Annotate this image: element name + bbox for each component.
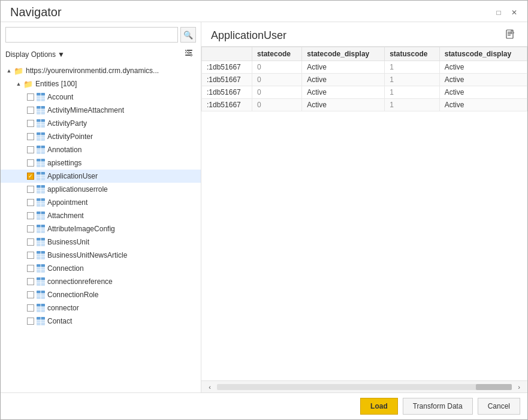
- tree-item[interactable]: ✓ ApplicationUser: [1, 170, 201, 183]
- tree-item-checkbox[interactable]: [27, 265, 34, 272]
- tree-item[interactable]: connector: [1, 301, 201, 315]
- right-panel: ApplicationUser: [201, 22, 527, 392]
- tree-item[interactable]: AttributeImageConfig: [1, 222, 201, 235]
- search-button[interactable]: 🔍: [180, 27, 196, 43]
- tree-item[interactable]: ActivityPointer: [1, 130, 201, 143]
- tree-item[interactable]: applicationuserrole: [1, 183, 201, 196]
- table-header-row: statecode statecode_display statuscode s…: [202, 47, 527, 61]
- tree-item-checkbox[interactable]: [27, 278, 34, 285]
- table-icon: [37, 317, 45, 325]
- tree-item[interactable]: Account: [1, 90, 201, 104]
- tree-item[interactable]: BusinessUnitNewsArticle: [1, 249, 201, 262]
- tree-item-label: Annotation: [47, 146, 82, 154]
- col-header-statecode-display: statecode_display: [302, 47, 385, 61]
- transform-data-button[interactable]: Transform Data: [403, 398, 473, 415]
- tree-item[interactable]: ConnectionRole: [1, 288, 201, 301]
- table-icon: [37, 277, 45, 286]
- tree-item-checkbox[interactable]: [27, 199, 34, 206]
- tree-item-label: ActivityPointer: [47, 132, 93, 141]
- table-cell: Active: [302, 99, 385, 111]
- tree-item-checkbox[interactable]: [27, 225, 34, 232]
- tree-container[interactable]: ▲ 📁 https://yourenvironmentid.crm.dynami…: [1, 64, 201, 392]
- table-row: :1db516670Active1Active: [202, 74, 527, 86]
- data-table-container[interactable]: statecode statecode_display statuscode s…: [201, 47, 527, 380]
- table-cell: 1: [385, 86, 440, 99]
- tree-item-checkbox[interactable]: [27, 238, 34, 246]
- display-options-label: Display Options: [5, 50, 56, 59]
- display-options-button[interactable]: Display Options ▼: [5, 50, 65, 59]
- table-row: :1db516670Active1Active: [202, 61, 527, 74]
- tree-item-checkbox[interactable]: [27, 93, 34, 101]
- table-icon: [37, 93, 45, 101]
- tree-item[interactable]: Attachment: [1, 209, 201, 222]
- tree-item[interactable]: Appointment: [1, 196, 201, 209]
- tree-item-checkbox[interactable]: [27, 304, 34, 312]
- tree-item-checkbox[interactable]: [27, 133, 34, 140]
- tree-item[interactable]: ActivityParty: [1, 117, 201, 130]
- tree-entities[interactable]: ▲ 📁 Entities [100]: [1, 77, 201, 90]
- tree-item-checkbox[interactable]: [27, 186, 34, 193]
- tree-item-checkbox[interactable]: [27, 212, 34, 219]
- minimize-button[interactable]: □: [493, 7, 505, 19]
- table-icon: [37, 198, 45, 207]
- table-icon: [37, 132, 45, 141]
- tree-item-checkbox[interactable]: [27, 159, 34, 167]
- scroll-left-button[interactable]: ‹: [204, 382, 216, 392]
- scroll-thumb: [476, 384, 512, 390]
- col-header-statuscode: statuscode: [385, 47, 440, 61]
- tree-item[interactable]: ActivityMimeAttachment: [1, 104, 201, 117]
- search-input[interactable]: [5, 27, 178, 43]
- tree-item[interactable]: Annotation: [1, 143, 201, 156]
- tree-item-label: ApplicationUser: [47, 172, 98, 180]
- table-icon: [37, 264, 45, 273]
- tree-item[interactable]: connectionreference: [1, 275, 201, 288]
- expand-arrow: ▲: [15, 80, 22, 87]
- tree-item-label: applicationuserrole: [47, 185, 108, 194]
- content-area: 🔍 Display Options ▼: [1, 22, 527, 392]
- tree-item[interactable]: Contact: [1, 315, 201, 328]
- settings-button[interactable]: [182, 47, 196, 62]
- col-header-statuscode-display: statuscode_display: [439, 47, 527, 61]
- export-button[interactable]: [503, 28, 518, 43]
- load-button[interactable]: Load: [360, 398, 398, 415]
- tree-item[interactable]: Connection: [1, 262, 201, 275]
- table-cell: :1db51667: [202, 61, 252, 74]
- table-icon: [37, 146, 45, 154]
- display-options-bar: Display Options ▼: [1, 45, 201, 64]
- table-icon: [37, 291, 45, 299]
- navigator-dialog: Navigator □ ✕ 🔍 Display Options ▼: [0, 0, 528, 420]
- table-cell: Active: [439, 86, 527, 99]
- close-button[interactable]: ✕: [508, 7, 520, 19]
- tree-item-checkbox[interactable]: ✓: [27, 173, 34, 180]
- table-cell: 0: [252, 74, 302, 86]
- tree-item-checkbox[interactable]: [27, 318, 34, 325]
- tree-item-label: connector: [47, 304, 79, 312]
- table-icon: [37, 159, 45, 167]
- tree-item-checkbox[interactable]: [27, 146, 34, 153]
- table-cell: Active: [302, 74, 385, 86]
- cancel-button[interactable]: Cancel: [478, 398, 520, 415]
- tree-item-checkbox[interactable]: [27, 107, 34, 114]
- tree-item-label: Attachment: [47, 211, 84, 220]
- tree-item[interactable]: apisettings: [1, 156, 201, 170]
- tree-item-checkbox[interactable]: [27, 252, 34, 259]
- tree-item-label: Connection: [47, 264, 84, 273]
- horizontal-scrollbar[interactable]: ‹ ›: [201, 380, 527, 392]
- table-icon: [37, 225, 45, 233]
- svg-rect-101: [508, 35, 511, 35]
- export-icon: [505, 29, 516, 42]
- table-cell: 1: [385, 61, 440, 74]
- scroll-right-button[interactable]: ›: [513, 382, 525, 392]
- tree-item-label: ActivityParty: [47, 119, 87, 128]
- tree-item[interactable]: BusinessUnit: [1, 235, 201, 249]
- tree-root-label: https://yourenvironmentid.crm.dynamics..…: [26, 67, 159, 75]
- tree-root-url[interactable]: ▲ 📁 https://yourenvironmentid.crm.dynami…: [1, 64, 201, 77]
- tree-item-checkbox[interactable]: [27, 291, 34, 298]
- table-icon: [37, 185, 45, 194]
- table-cell: Active: [439, 74, 527, 86]
- table-cell: :1db51667: [202, 99, 252, 111]
- table-cell: Active: [302, 86, 385, 99]
- left-panel: 🔍 Display Options ▼: [1, 22, 201, 392]
- tree-item-checkbox[interactable]: [27, 120, 34, 127]
- svg-point-7: [191, 54, 192, 56]
